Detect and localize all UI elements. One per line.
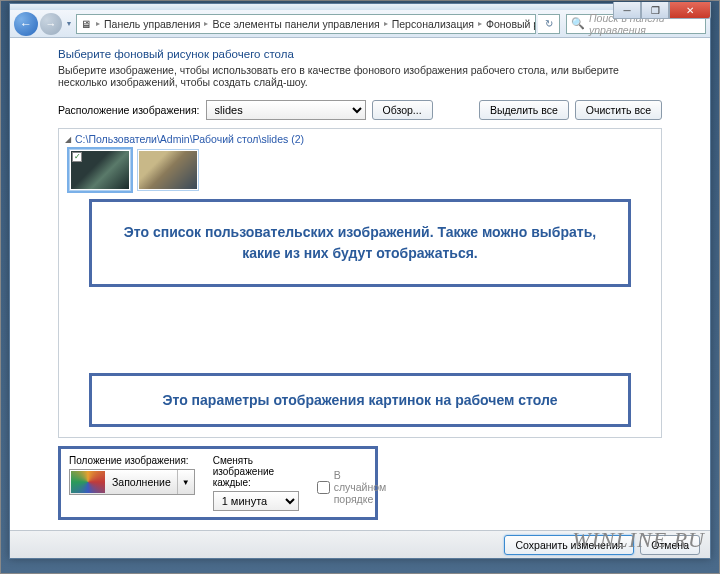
folder-path: C:\Пользователи\Admin\Рабочий стол\slide… [75,133,304,145]
thumbnail[interactable]: ✓ [69,149,131,191]
chevron-down-icon: ▼ [177,470,194,494]
content-area: Выберите фоновый рисунок рабочего стола … [10,38,710,530]
address-bar[interactable]: 🖥 ▸ Панель управления ▸ Все элементы пан… [76,14,536,34]
navbar: ← → ▼ 🖥 ▸ Панель управления ▸ Все элемен… [10,10,710,38]
footer: Сохранить изменения Отмена [10,530,710,558]
search-icon: 🔍 [571,17,585,30]
clear-all-button[interactable]: Очистить все [575,100,662,120]
breadcrumb-item[interactable]: Панель управления [104,18,200,30]
close-button[interactable]: ✕ [669,2,711,19]
position-value: Заполнение [106,476,177,488]
select-all-button[interactable]: Выделить все [479,100,569,120]
annotation-box: Это параметры отображения картинок на ра… [89,373,631,427]
location-label: Расположение изображения: [58,104,200,116]
shuffle-checkbox-row[interactable]: В случайном порядке [317,469,387,505]
page-subtitle: Выберите изображение, чтобы использовать… [58,64,662,88]
shuffle-label: В случайном порядке [334,469,387,505]
thumb-checkbox[interactable]: ✓ [72,152,82,162]
shuffle-checkbox[interactable] [317,481,330,494]
breadcrumb-sep: ▸ [94,19,102,28]
forward-button[interactable]: → [40,13,62,35]
window: ─ ❐ ✕ ← → ▼ 🖥 ▸ Панель управления ▸ Все … [9,3,711,559]
breadcrumb-item[interactable]: Фоновый рисунок рабочего стола [486,18,536,30]
thumbnail[interactable] [137,149,199,191]
save-button[interactable]: Сохранить изменения [504,535,634,555]
titlebar: ─ ❐ ✕ [10,4,710,10]
position-swatch-icon [71,471,105,493]
refresh-button[interactable]: ↻ [538,14,560,34]
breadcrumb-item[interactable]: Все элементы панели управления [212,18,379,30]
cancel-button[interactable]: Отмена [640,535,700,555]
interval-label: Сменять изображение каждые: [213,455,299,488]
interval-select[interactable]: 1 минута [213,491,299,511]
back-button[interactable]: ← [14,12,38,36]
maximize-button[interactable]: ❐ [641,2,669,19]
position-label: Положение изображения: [69,455,195,466]
browse-button[interactable]: Обзор... [372,100,433,120]
image-list-box: ◢ C:\Пользователи\Admin\Рабочий стол\sli… [58,128,662,438]
thumb-image [139,151,197,189]
folder-path-line[interactable]: ◢ C:\Пользователи\Admin\Рабочий стол\sli… [65,133,655,145]
location-row: Расположение изображения: slides Обзор..… [58,100,662,120]
address-icon: 🖥 [81,17,92,31]
collapse-icon: ◢ [65,135,71,144]
minimize-button[interactable]: ─ [613,2,641,19]
display-settings-box: Положение изображения: Заполнение ▼ Смен… [58,446,378,520]
location-select[interactable]: slides [206,100,366,120]
annotation-box: Это список пользовательских изображений.… [89,199,631,287]
nav-history-dropdown[interactable]: ▼ [64,14,74,34]
position-picker[interactable]: Заполнение ▼ [69,469,195,495]
breadcrumb-item[interactable]: Персонализация [392,18,474,30]
page-title: Выберите фоновый рисунок рабочего стола [58,48,662,60]
